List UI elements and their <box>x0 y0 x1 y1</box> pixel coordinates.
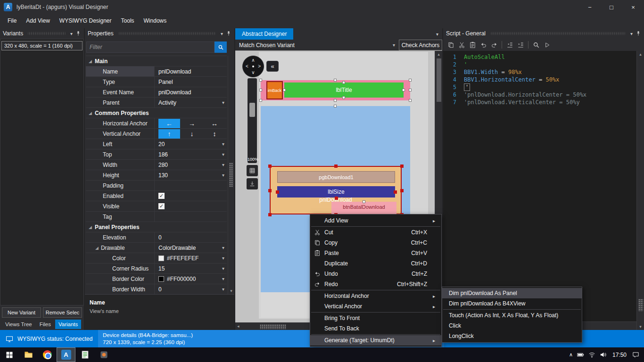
properties-scrollbar[interactable]: ▾ <box>228 56 234 294</box>
panel-menu-icon[interactable]: ▾ <box>70 31 73 36</box>
resize-handle[interactable] <box>268 213 272 216</box>
volume-icon[interactable] <box>600 351 607 358</box>
property-value[interactable]: #FF000000▾ <box>155 274 227 284</box>
code-line[interactable]: 7'pnlDownload.VerticalCenter = 50%y <box>443 99 636 106</box>
resize-handle[interactable] <box>276 190 279 194</box>
maximize-button[interactable]: □ <box>601 0 622 14</box>
resize-handle[interactable] <box>400 189 404 192</box>
property-section[interactable]: ◢Common Properties <box>86 108 227 118</box>
browser-icon[interactable] <box>94 347 113 362</box>
code-line[interactable]: 4BBV1.HorizontalCenter = 50%x <box>443 76 636 83</box>
close-button[interactable]: × <box>622 0 644 14</box>
resize-handle[interactable] <box>259 99 262 102</box>
property-label[interactable]: Tag <box>86 212 155 222</box>
nav-down-icon[interactable]: ∨ <box>251 70 255 75</box>
anchor-button[interactable]: ↕ <box>204 129 225 139</box>
panel-menu-icon[interactable]: ▾ <box>630 31 633 36</box>
property-value[interactable]: 130▾ <box>155 170 227 180</box>
context-menu-item[interactable]: UndoCtrl+Z <box>310 269 441 279</box>
dropdown-icon[interactable]: ▾ <box>222 287 224 292</box>
tab-variants[interactable]: Variants <box>55 320 81 329</box>
property-label[interactable]: Top <box>86 149 155 159</box>
property-label[interactable]: Border Color <box>86 274 155 284</box>
property-label[interactable]: Type <box>86 77 155 87</box>
variant-item[interactable]: 320 x 480, scale = 1 (160 dpi) <box>1 41 83 50</box>
context-menu-item[interactable]: Vertical Anchor▸ <box>310 301 441 312</box>
resize-handle[interactable] <box>259 79 262 82</box>
property-value[interactable]: 280▾ <box>155 160 227 170</box>
code-line[interactable]: 5' <box>443 83 636 91</box>
resize-handle[interactable] <box>342 96 345 99</box>
context-menu-item[interactable]: CopyCtrl+C <box>310 238 441 248</box>
resize-handle[interactable] <box>409 89 412 91</box>
resize-handle[interactable] <box>335 197 338 200</box>
property-value[interactable]: pnlDownload <box>155 66 227 76</box>
context-menu-item[interactable]: Click <box>442 321 582 331</box>
property-section[interactable]: ◢Main <box>86 56 227 66</box>
context-menu-item[interactable]: Add View▸ <box>310 215 441 226</box>
search-icon[interactable] <box>215 41 227 53</box>
scroll-up-icon[interactable]: ▴ <box>637 52 644 57</box>
pin-icon[interactable] <box>226 31 231 36</box>
notification-icon[interactable] <box>632 351 639 358</box>
minimize-button[interactable]: − <box>579 0 601 14</box>
resize-handle[interactable] <box>334 105 337 107</box>
zoom-slider-handle[interactable] <box>249 103 255 117</box>
resize-grip[interactable] <box>638 299 643 311</box>
property-label[interactable]: Elevation <box>86 232 155 242</box>
property-value[interactable]: ColorDrawable▾ <box>155 243 227 253</box>
property-value[interactable]: ✓ <box>155 201 227 211</box>
property-value[interactable]: 20▾ <box>155 139 227 149</box>
start-button[interactable] <box>0 347 19 362</box>
resize-handle[interactable] <box>342 81 345 84</box>
new-variant-button[interactable]: New Variant <box>2 307 41 318</box>
property-label[interactable]: Padding <box>86 181 155 190</box>
code-line[interactable]: 1AutoScaleAll <box>443 53 636 61</box>
menu-file[interactable]: File <box>3 15 21 26</box>
run-icon[interactable] <box>542 40 552 49</box>
anchor-button[interactable]: ↔ <box>204 119 225 128</box>
resize-handle[interactable] <box>363 200 365 203</box>
property-label[interactable]: Left <box>86 139 155 149</box>
resize-handle[interactable] <box>334 79 337 82</box>
remove-variant-button[interactable]: Remove Selec <box>43 307 82 318</box>
dropdown-icon[interactable]: ▾ <box>222 100 224 105</box>
property-value[interactable]: 15▾ <box>155 263 227 273</box>
dropdown-icon[interactable]: ▾ <box>222 245 224 250</box>
nav-up-icon[interactable]: ∧ <box>251 58 255 63</box>
code-line[interactable]: 2' <box>443 61 636 68</box>
zoom-slider[interactable]: 100% <box>248 78 257 163</box>
drag-grip[interactable] <box>28 32 66 35</box>
check-anchors-button[interactable]: Check Anchors <box>399 40 442 50</box>
property-label[interactable]: Parent <box>86 98 155 107</box>
checkbox[interactable]: ✓ <box>158 203 165 209</box>
property-section[interactable]: ◢Panel Properties <box>86 222 227 232</box>
property-value[interactable]: 186▾ <box>155 149 227 159</box>
property-label[interactable]: Height <box>86 170 155 180</box>
property-value[interactable]: 0 <box>155 232 227 242</box>
property-label[interactable]: Visible <box>86 201 155 211</box>
checkbox[interactable]: ✓ <box>158 193 165 199</box>
menu-add-view[interactable]: Add View <box>21 15 54 26</box>
redo-icon[interactable] <box>489 40 499 49</box>
nav-right-icon[interactable]: > <box>258 64 261 69</box>
dropdown-icon[interactable]: ▾ <box>222 152 224 157</box>
filter-input[interactable] <box>86 41 215 53</box>
scroll-down-icon[interactable]: ▾ <box>228 288 234 293</box>
panel-menu-icon[interactable]: ▾ <box>221 31 223 36</box>
pin-icon[interactable] <box>75 31 81 36</box>
tab-abstract-designer[interactable]: Abstract Designer <box>235 28 293 40</box>
indent-icon[interactable] <box>516 40 525 49</box>
resize-handle[interactable] <box>402 89 405 91</box>
property-value[interactable]: Activity▾ <box>155 98 227 107</box>
undo-icon[interactable] <box>479 40 488 49</box>
scrollbar-thumb[interactable] <box>437 58 441 102</box>
collapse-icon[interactable]: ◢ <box>89 111 92 115</box>
context-menu-item[interactable]: Bring To Front <box>310 313 441 323</box>
collapse-icon[interactable]: ◢ <box>95 246 99 250</box>
property-value[interactable]: 0▾ <box>155 284 227 294</box>
dropdown-icon[interactable]: ▾ <box>222 173 224 178</box>
context-menu-item[interactable]: RedoCtrl+Shift+Z <box>310 279 441 289</box>
paste-icon[interactable] <box>468 40 477 49</box>
property-label[interactable]: Enabled <box>86 191 155 201</box>
